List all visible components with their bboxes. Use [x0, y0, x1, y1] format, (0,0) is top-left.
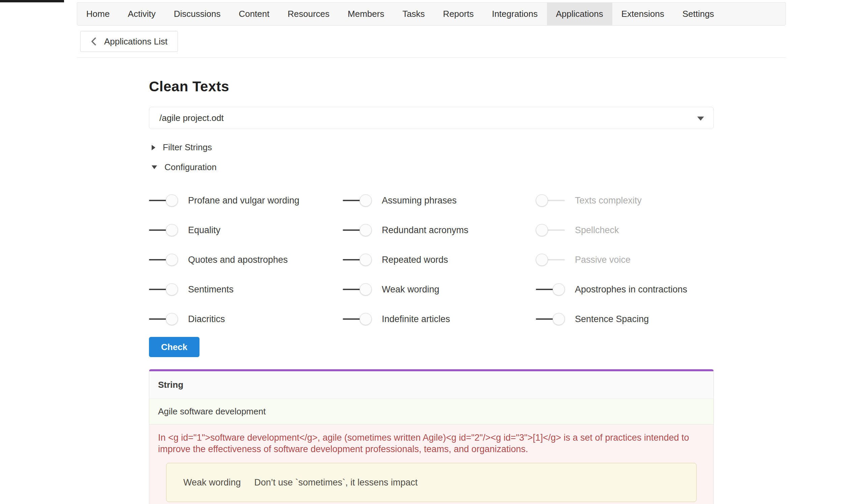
nav-tab-settings[interactable]: Settings — [673, 3, 723, 25]
toggle-quotes-and-apostrophes: Quotes and apostrophes — [149, 245, 343, 275]
nav-tab-reports[interactable]: Reports — [434, 3, 483, 25]
switch-knob — [360, 194, 372, 207]
toggle-apostrophes-in-contractions: Apostrophes in contractions — [536, 275, 687, 304]
toggle-label: Redundant acronyms — [382, 225, 468, 235]
switch-control[interactable] — [343, 194, 372, 207]
switch-track — [149, 200, 166, 201]
switch-track — [547, 200, 565, 201]
switch-control[interactable] — [149, 194, 178, 207]
switch-control[interactable] — [149, 313, 178, 325]
switch-control[interactable] — [149, 224, 178, 236]
toggle-assuming-phrases: Assuming phrases — [343, 186, 536, 215]
nav-tab-discussions[interactable]: Discussions — [165, 3, 230, 25]
switch-knob — [536, 254, 548, 266]
toggle-label: Quotes and apostrophes — [188, 255, 288, 265]
toggle-redundant-acronyms: Redundant acronyms — [343, 215, 536, 245]
configuration-toggle-grid: Profane and vulgar wording Equality Quot… — [149, 186, 687, 334]
nav-tab-members[interactable]: Members — [339, 3, 393, 25]
toggle-diacritics: Diacritics — [149, 304, 343, 334]
switch-control[interactable] — [536, 313, 565, 325]
results-panel: String Agile software development In <g … — [149, 369, 714, 504]
top-left-artifact-bar — [0, 0, 64, 2]
string-row: Agile software development — [149, 399, 713, 425]
nav-tab-activity[interactable]: Activity — [119, 3, 164, 25]
switch-knob — [166, 254, 178, 266]
switch-track — [343, 229, 360, 231]
toggle-label: Texts complexity — [575, 195, 642, 206]
file-select-dropdown[interactable]: /agile project.odt — [149, 107, 714, 129]
nav-tab-integrations[interactable]: Integrations — [483, 3, 547, 25]
switch-knob — [553, 283, 565, 295]
nav-tab-resources[interactable]: Resources — [279, 3, 339, 25]
toggle-indefinite-articles: Indefinite articles — [343, 304, 536, 334]
toggle-equality: Equality — [149, 215, 343, 245]
configuration-section-toggle[interactable]: Configuration — [152, 162, 217, 172]
toggle-label: Sentence Spacing — [575, 314, 649, 324]
switch-track — [547, 229, 565, 231]
toggle-label: Assuming phrases — [382, 195, 457, 206]
switch-control[interactable] — [343, 254, 372, 266]
switch-knob — [553, 313, 565, 325]
nav-tab-home[interactable]: Home — [77, 3, 119, 25]
toggle-texts-complexity: Texts complexity — [536, 186, 687, 215]
switch-control[interactable] — [343, 313, 372, 325]
app-window: Home Activity Discussions Content Resour… — [0, 0, 859, 504]
switch-track — [149, 318, 166, 320]
switch-knob — [360, 254, 372, 266]
triangle-right-icon — [152, 145, 155, 150]
switch-control[interactable] — [536, 254, 565, 266]
toggle-profane-and-vulgar-wording: Profane and vulgar wording — [149, 186, 343, 215]
switch-track — [536, 289, 553, 290]
switch-control[interactable] — [343, 224, 372, 236]
nav-tab-tasks[interactable]: Tasks — [393, 3, 434, 25]
switch-knob — [360, 313, 372, 325]
toggle-label: Equality — [188, 225, 221, 235]
toggle-label: Sentiments — [188, 284, 233, 295]
filter-strings-label: Filter Strings — [163, 142, 212, 153]
configuration-label: Configuration — [164, 162, 217, 172]
toggle-label: Spellcheck — [575, 225, 619, 235]
switch-control[interactable] — [536, 283, 565, 295]
switch-knob — [166, 313, 178, 325]
header-divider — [77, 57, 786, 58]
toggle-repeated-words: Repeated words — [343, 245, 536, 275]
toggle-passive-voice: Passive voice — [536, 245, 687, 275]
toggle-weak-wording: Weak wording — [343, 275, 536, 304]
switch-control[interactable] — [536, 194, 565, 207]
top-navigation: Home Activity Discussions Content Resour… — [77, 2, 786, 26]
toggle-spellcheck: Spellcheck — [536, 215, 687, 245]
switch-track — [149, 229, 166, 231]
switch-track — [343, 289, 360, 290]
toggle-label: Passive voice — [575, 255, 631, 265]
toggle-label: Indefinite articles — [382, 314, 450, 324]
check-button[interactable]: Check — [149, 337, 199, 357]
toggle-label: Profane and vulgar wording — [188, 195, 299, 206]
toggle-label: Diacritics — [188, 314, 225, 324]
switch-control[interactable] — [536, 224, 565, 236]
results-header: String — [149, 371, 713, 399]
switch-track — [343, 200, 360, 201]
toggle-label: Weak wording — [382, 284, 439, 295]
switch-track — [343, 318, 360, 320]
switch-knob — [166, 224, 178, 236]
switch-control[interactable] — [343, 283, 372, 295]
issue-box: Weak wording Don’t use `sometimes`, it l… — [166, 463, 696, 502]
switch-track — [547, 259, 565, 260]
file-select-value: /agile project.odt — [160, 113, 224, 123]
toggle-label: Repeated words — [382, 255, 448, 265]
switch-control[interactable] — [149, 283, 178, 295]
switch-track — [343, 259, 360, 260]
applications-list-back-button[interactable]: Applications List — [80, 31, 178, 52]
issue-type: Weak wording — [183, 477, 241, 488]
filter-strings-section-toggle[interactable]: Filter Strings — [152, 142, 212, 153]
triangle-down-icon — [152, 165, 157, 169]
toggle-sentence-spacing: Sentence Spacing — [536, 304, 687, 334]
nav-tab-extensions[interactable]: Extensions — [612, 3, 673, 25]
toggle-sentiments: Sentiments — [149, 275, 343, 304]
nav-tab-content[interactable]: Content — [229, 3, 278, 25]
switch-control[interactable] — [149, 254, 178, 266]
issue-message: Don’t use `sometimes`, it lessens impact — [254, 477, 418, 488]
switch-knob — [360, 224, 372, 236]
switch-track — [536, 318, 553, 320]
nav-tab-applications[interactable]: Applications — [547, 3, 612, 25]
